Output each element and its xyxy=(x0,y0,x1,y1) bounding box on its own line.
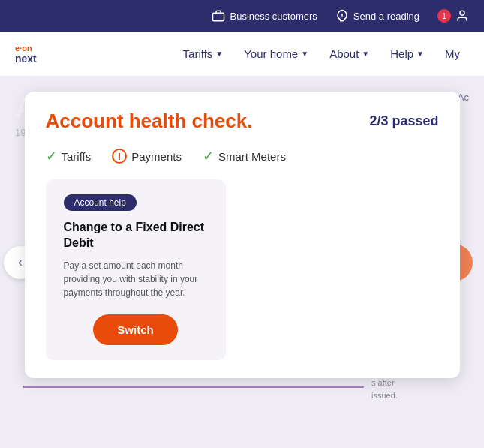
main-nav: e·on next Tariffs ▼ Your home ▼ About ▼ … xyxy=(0,32,484,77)
nav-tariffs-label: Tariffs xyxy=(183,47,213,60)
chevron-down-icon: ▼ xyxy=(215,50,223,58)
rec-description: Pay a set amount each month providing yo… xyxy=(64,259,208,299)
business-customers-label: Business customers xyxy=(230,11,317,22)
svg-point-2 xyxy=(460,11,464,15)
check-payments: ! Payments xyxy=(112,149,182,164)
rec-title: Change to a Fixed Direct Debit xyxy=(64,220,208,251)
send-reading-label: Send a reading xyxy=(353,11,419,22)
nav-tariffs[interactable]: Tariffs ▼ xyxy=(174,41,233,66)
modal-overlay: Account health check. 2/3 passed ✓ Tarif… xyxy=(0,77,484,448)
send-reading-link[interactable]: Send a reading xyxy=(335,9,419,23)
nav-help[interactable]: Help ▼ xyxy=(381,41,433,66)
check-smart-meters-label: Smart Meters xyxy=(218,150,286,163)
chevron-down-icon: ▼ xyxy=(362,50,369,58)
svg-rect-0 xyxy=(213,13,224,21)
notification-badge: 1 xyxy=(437,9,451,23)
checkmark-icon: ✓ xyxy=(46,148,57,164)
check-payments-label: Payments xyxy=(131,150,182,163)
check-tariffs: ✓ Tariffs xyxy=(46,148,92,164)
nav-your-home-label: Your home xyxy=(244,47,298,60)
nav-about[interactable]: About ▼ xyxy=(320,41,378,66)
business-customers-link[interactable]: Business customers xyxy=(212,9,317,23)
health-checks: ✓ Tariffs ! Payments ✓ Smart Meters xyxy=(46,148,439,164)
account-help-badge: Account help xyxy=(64,194,137,211)
chevron-down-icon: ▼ xyxy=(416,50,424,58)
nav-help-label: Help xyxy=(390,47,413,60)
nav-your-home[interactable]: Your home ▼ xyxy=(235,41,317,66)
nav-about-label: About xyxy=(329,47,359,60)
health-check-title: Account health check. xyxy=(46,110,253,133)
check-smart-meters: ✓ Smart Meters xyxy=(203,148,286,164)
switch-button[interactable]: Switch xyxy=(93,314,177,345)
check-tariffs-label: Tariffs xyxy=(62,150,92,163)
logo-name: next xyxy=(15,53,37,65)
checkmark-icon: ✓ xyxy=(203,148,214,164)
page-background: Ac 192 G Ac t paym payme ment is s after… xyxy=(0,77,484,448)
health-check-card: Account health check. 2/3 passed ✓ Tarif… xyxy=(25,92,460,378)
logo[interactable]: e·on next xyxy=(15,44,37,65)
nav-items: Tariffs ▼ Your home ▼ About ▼ Help ▼ My xyxy=(174,41,469,66)
health-card-header: Account health check. 2/3 passed xyxy=(46,110,439,133)
nav-my-label: My xyxy=(445,47,460,60)
health-score: 2/3 passed xyxy=(369,113,438,129)
nav-my[interactable]: My xyxy=(436,41,469,66)
warning-icon: ! xyxy=(112,149,127,164)
top-bar: Business customers Send a reading 1 xyxy=(0,0,484,32)
recommendation-card: Account help Change to a Fixed Direct De… xyxy=(46,179,226,360)
chevron-down-icon: ▼ xyxy=(301,50,308,58)
notification-icon[interactable]: 1 xyxy=(437,9,469,23)
